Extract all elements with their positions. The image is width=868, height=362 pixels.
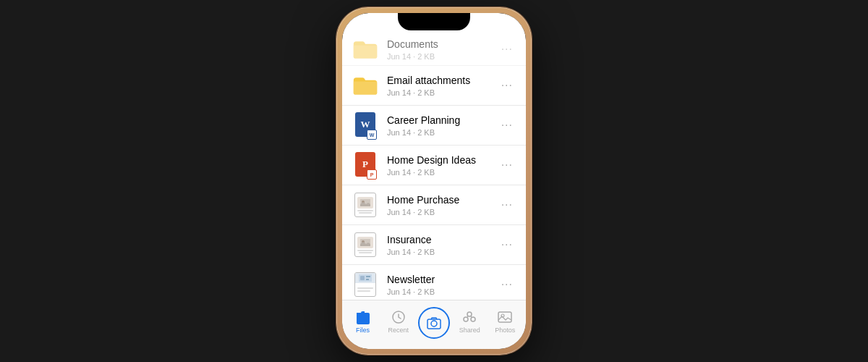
file-meta: Jun 14 · 2 KB xyxy=(387,128,498,137)
file-info: Newsletter Jun 14 · 2 KB xyxy=(387,273,498,295)
more-button[interactable]: ··· xyxy=(498,275,516,294)
svg-rect-6 xyxy=(366,276,370,277)
file-meta: Jun 14 · 2 KB xyxy=(387,248,498,256)
file-info: Career Planning Jun 14 · 2 KB xyxy=(387,114,498,136)
tab-bar: Files Recent xyxy=(342,300,526,349)
phone-inner: Documents Jun 14 · 2 KB ··· Email atta xyxy=(342,13,526,349)
svg-rect-7 xyxy=(366,279,369,280)
camera-circle xyxy=(418,307,450,339)
file-name: Insurance xyxy=(387,233,498,246)
screen: Documents Jun 14 · 2 KB ··· Email atta xyxy=(342,13,526,349)
tab-files-label: Files xyxy=(356,327,370,334)
phone-device: Documents Jun 14 · 2 KB ··· Email atta xyxy=(336,7,532,355)
list-item[interactable]: Insurance Jun 14 · 2 KB ··· xyxy=(342,225,526,265)
more-button[interactable]: ··· xyxy=(498,195,516,214)
svg-point-11 xyxy=(431,321,437,327)
more-button[interactable]: ··· xyxy=(498,235,516,254)
file-info: Email attachments Jun 14 · 2 KB xyxy=(387,74,498,96)
more-button[interactable]: ··· xyxy=(498,116,516,135)
newsletter-icon xyxy=(352,272,378,298)
folder-icon xyxy=(352,72,378,98)
list-item[interactable]: Documents Jun 14 · 2 KB ··· xyxy=(342,33,526,66)
recent-tab-icon xyxy=(391,309,407,325)
shared-tab-icon xyxy=(461,309,477,325)
photos-tab-icon xyxy=(497,309,513,325)
file-info: Insurance Jun 14 · 2 KB xyxy=(387,233,498,256)
file-name: Newsletter xyxy=(387,273,498,286)
svg-point-13 xyxy=(471,317,475,321)
more-button[interactable]: ··· xyxy=(498,76,516,95)
file-name: Home Design Ideas xyxy=(387,153,498,167)
svg-point-12 xyxy=(464,317,468,321)
list-item[interactable]: P P Home Design Ideas Jun 14 · 2 KB ··· xyxy=(342,146,526,185)
word-file-icon: W W xyxy=(352,112,378,138)
list-item[interactable]: Newsletter Jun 14 · 2 KB ··· xyxy=(342,265,526,300)
more-button[interactable]: ··· xyxy=(498,40,516,59)
list-item[interactable]: W W Career Planning Jun 14 · 2 KB ··· xyxy=(342,106,526,146)
tab-files[interactable]: Files xyxy=(347,309,379,334)
img-doc-icon xyxy=(352,192,378,218)
tab-camera[interactable] xyxy=(418,307,450,336)
file-name: Home Purchase xyxy=(387,193,498,206)
more-button[interactable]: ··· xyxy=(498,156,516,174)
img-doc-icon xyxy=(352,232,378,258)
tab-shared[interactable]: Shared xyxy=(454,309,485,334)
file-list: Documents Jun 14 · 2 KB ··· Email atta xyxy=(342,13,526,300)
file-meta: Jun 14 · 2 KB xyxy=(387,88,498,97)
tab-shared-label: Shared xyxy=(459,327,480,334)
folder-icon xyxy=(352,36,378,62)
tab-photos[interactable]: Photos xyxy=(489,309,521,334)
file-info: Documents Jun 14 · 2 KB xyxy=(387,38,498,60)
svg-rect-5 xyxy=(360,276,365,280)
list-item[interactable]: Email attachments Jun 14 · 2 KB ··· xyxy=(342,66,526,106)
file-meta: Jun 14 · 2 KB xyxy=(387,168,498,177)
file-meta: Jun 14 · 2 KB xyxy=(387,208,498,216)
tab-recent-label: Recent xyxy=(388,327,409,334)
file-name: Email attachments xyxy=(387,74,498,87)
ppt-file-icon: P P xyxy=(352,152,378,178)
file-name: Documents xyxy=(387,38,498,51)
files-tab-icon xyxy=(355,309,371,325)
tab-recent[interactable]: Recent xyxy=(383,309,414,334)
tab-photos-label: Photos xyxy=(495,327,515,334)
file-info: Home Design Ideas Jun 14 · 2 KB xyxy=(387,153,498,176)
svg-rect-17 xyxy=(498,312,511,322)
file-info: Home Purchase Jun 14 · 2 KB xyxy=(387,193,498,216)
file-name: Career Planning xyxy=(387,114,498,127)
file-meta: Jun 14 · 2 KB xyxy=(387,287,498,296)
notch xyxy=(398,13,470,30)
file-meta: Jun 14 · 2 KB xyxy=(387,52,498,61)
list-item[interactable]: Home Purchase Jun 14 · 2 KB ··· xyxy=(342,185,526,225)
